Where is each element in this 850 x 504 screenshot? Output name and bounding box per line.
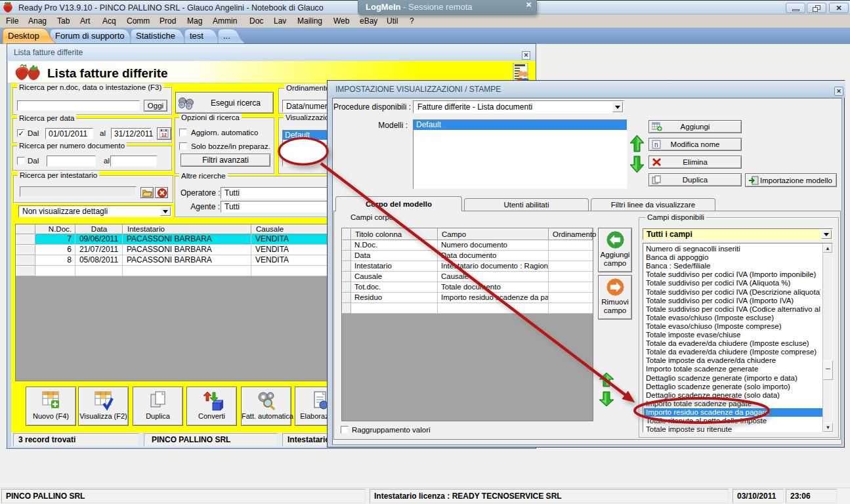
svg-text:Desktop: Desktop — [8, 31, 39, 41]
svg-text:...: ... — [223, 31, 230, 41]
svg-text:Statistiche: Statistiche — [136, 31, 175, 41]
svg-text:12: 12 — [161, 133, 167, 137]
svg-text:Forum di supporto: Forum di supporto — [55, 31, 125, 41]
svg-text:test: test — [190, 31, 203, 41]
svg-text:n: n — [654, 141, 658, 148]
